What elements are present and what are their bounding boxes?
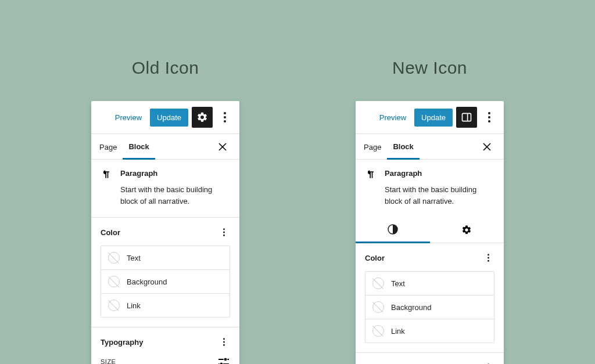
svg-point-19 <box>488 120 490 122</box>
svg-point-1 <box>224 116 226 118</box>
half-circle-icon <box>388 224 398 235</box>
color-list: Text Background Link <box>101 246 230 318</box>
new-heading: New Icon <box>392 58 467 78</box>
styles-tab[interactable] <box>356 217 430 243</box>
empty-swatch-icon <box>372 301 384 313</box>
close-icon <box>218 143 227 151</box>
typography-options-button[interactable] <box>217 336 230 348</box>
gear-icon <box>461 225 472 235</box>
svg-point-6 <box>223 232 225 233</box>
typography-section: Typography SIZE De <box>91 327 239 364</box>
color-section: Color Text Background <box>356 243 504 353</box>
close-sidebar-button[interactable] <box>214 138 231 156</box>
toolbar: Preview Update <box>91 101 239 134</box>
tab-block[interactable]: Block <box>123 134 155 160</box>
color-item-link[interactable]: Link <box>365 319 494 343</box>
svg-point-9 <box>223 341 225 343</box>
color-item-label: Background <box>391 303 431 312</box>
settings-panel-new: Preview Update Page Block <box>356 101 504 364</box>
svg-point-24 <box>488 257 489 259</box>
update-button[interactable]: Update <box>150 109 188 127</box>
paragraph-icon <box>101 169 112 181</box>
settings-gear-button[interactable] <box>192 107 213 128</box>
svg-point-5 <box>223 228 225 230</box>
color-options-button[interactable] <box>217 226 230 239</box>
sidebar-tabs: Page Block <box>91 134 239 160</box>
color-item-label: Background <box>127 277 167 286</box>
color-item-label: Text <box>127 254 141 262</box>
toolbar: Preview Update <box>356 101 504 134</box>
typography-options-button[interactable] <box>482 361 494 364</box>
color-section-title: Color <box>365 254 385 262</box>
settings-sidebar-button[interactable] <box>456 107 477 128</box>
svg-rect-15 <box>463 113 471 121</box>
empty-swatch-icon <box>372 325 384 337</box>
empty-swatch-icon <box>108 252 120 264</box>
gear-icon <box>196 111 208 123</box>
block-info: Paragraph Start with the basic building … <box>91 160 239 218</box>
svg-point-12 <box>224 358 227 361</box>
color-section-title: Color <box>101 228 120 237</box>
svg-point-17 <box>488 112 490 114</box>
style-advanced-tabs <box>356 217 504 243</box>
color-item-background[interactable]: Background <box>365 295 494 319</box>
color-section: Color Text Background <box>91 218 239 327</box>
svg-point-25 <box>488 260 489 262</box>
svg-point-10 <box>223 344 225 346</box>
preview-button[interactable]: Preview <box>110 109 146 127</box>
close-sidebar-button[interactable] <box>478 138 496 156</box>
settings-panel-old: Preview Update Page Block <box>91 101 239 364</box>
block-description: Start with the basic building block of a… <box>120 184 230 207</box>
tab-page[interactable]: Page <box>364 135 387 158</box>
empty-swatch-icon <box>108 276 120 287</box>
svg-point-0 <box>224 112 226 114</box>
svg-point-8 <box>223 338 225 340</box>
color-options-button[interactable] <box>482 251 494 264</box>
color-item-background[interactable]: Background <box>101 270 230 294</box>
color-item-text[interactable]: Text <box>101 246 230 270</box>
update-button[interactable]: Update <box>414 109 453 127</box>
new-icon-column: New Icon Preview Update Page Bloc <box>356 58 504 364</box>
sidebar-tabs: Page Block <box>356 134 504 160</box>
paragraph-icon <box>365 169 377 181</box>
dots-vertical-icon <box>223 338 225 346</box>
close-icon <box>483 143 491 151</box>
svg-point-7 <box>223 235 225 236</box>
dots-vertical-icon <box>224 112 226 122</box>
old-icon-column: Old Icon Preview Update Page Bloc <box>91 58 239 364</box>
svg-point-2 <box>224 120 226 122</box>
block-title: Paragraph <box>120 169 157 178</box>
color-item-label: Link <box>391 327 405 336</box>
size-control-button[interactable] <box>217 355 230 364</box>
sidebar-panel-icon <box>461 111 472 123</box>
svg-point-23 <box>488 254 489 255</box>
color-item-text[interactable]: Text <box>365 272 494 295</box>
dots-vertical-icon <box>488 254 489 262</box>
size-label: SIZE <box>101 358 116 364</box>
dots-vertical-icon <box>223 228 225 236</box>
old-heading: Old Icon <box>132 58 199 78</box>
preview-button[interactable]: Preview <box>375 109 411 127</box>
more-options-button[interactable] <box>481 107 498 128</box>
block-description: Start with the basic building block of a… <box>385 184 494 207</box>
empty-swatch-icon <box>372 277 384 289</box>
dots-vertical-icon <box>488 112 490 122</box>
typography-section: Typography <box>356 353 504 364</box>
color-item-label: Text <box>391 279 405 288</box>
block-info: Paragraph Start with the basic building … <box>356 160 504 217</box>
block-title: Paragraph <box>385 169 422 178</box>
advanced-tab[interactable] <box>430 217 504 243</box>
tab-block[interactable]: Block <box>387 134 419 160</box>
svg-point-18 <box>488 116 490 118</box>
sliders-icon <box>218 358 229 364</box>
color-list: Text Background Link <box>365 271 494 343</box>
color-item-label: Link <box>127 301 141 310</box>
color-item-link[interactable]: Link <box>101 294 230 317</box>
more-options-button[interactable] <box>216 107 234 128</box>
typography-section-title: Typography <box>101 338 143 347</box>
tab-page[interactable]: Page <box>99 135 123 158</box>
empty-swatch-icon <box>108 300 120 311</box>
